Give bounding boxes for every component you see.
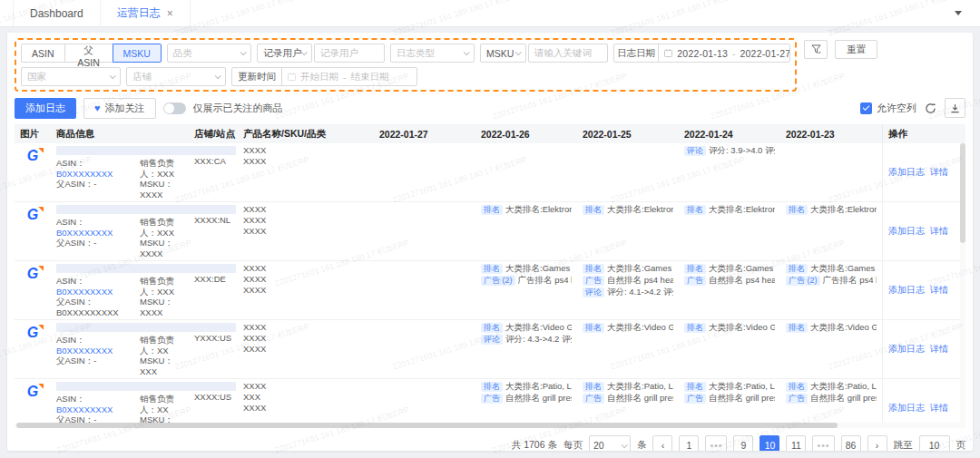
log-entry-text: 大类排名:Elektronica 234... <box>505 204 572 215</box>
add-log-link[interactable]: 添加日志 <box>888 167 925 178</box>
parent-asin-line: 父ASIN：- <box>56 238 136 258</box>
log-entry: 广告自然排名 ps4 headset P... <box>684 275 775 286</box>
page-size-select[interactable]: 20 <box>589 435 631 451</box>
log-type-tag[interactable]: 排名 <box>583 264 604 274</box>
log-type-tag[interactable]: 排名 <box>481 264 503 274</box>
allow-empty-checkbox[interactable] <box>860 102 872 114</box>
add-log-link[interactable]: 添加日志 <box>888 403 925 414</box>
detail-link[interactable]: 详情 <box>930 167 948 178</box>
keyword-input[interactable]: 请输入关键词 <box>528 44 608 63</box>
log-type-tag[interactable]: 广告 <box>481 394 503 404</box>
log-type-tag[interactable]: 排名 <box>481 323 503 333</box>
log-type-tag[interactable]: 排名 <box>684 264 706 274</box>
update-time-range-picker[interactable]: 开始日期 - 结束日期 <box>281 67 417 86</box>
detail-link[interactable]: 详情 <box>930 285 948 296</box>
log-type-tag[interactable]: 排名 <box>481 382 503 392</box>
log-type-tag[interactable]: 评论 <box>481 335 503 345</box>
product-info-grid: ASIN：B0XXXXXXXX销售负责人：XX父ASIN：-MSKU：XXXX <box>56 394 183 423</box>
page-buttons: ‹1•••91011•••86› <box>652 435 887 451</box>
log-type-tag[interactable]: 排名 <box>786 382 808 392</box>
log-type-tag[interactable]: 广告 (2) <box>786 276 820 286</box>
log-type-tag[interactable]: 广告 <box>684 394 706 404</box>
add-log-link[interactable]: 添加日志 <box>888 285 925 296</box>
log-type-tag[interactable]: 评论 <box>684 146 706 156</box>
log-date-range-picker[interactable]: 2022-01-13 - 2022-01-27 <box>658 44 790 63</box>
product-name-cell: XXXXXXXXXXXX <box>238 202 374 260</box>
log-type-tag[interactable]: 排名 <box>684 205 706 215</box>
log-type-tag[interactable]: 排名 <box>786 323 808 333</box>
detail-link[interactable]: 详情 <box>930 403 948 414</box>
log-entry: 广告自然排名 grill press: P1-... <box>481 393 572 404</box>
tab-list-dropdown-button[interactable] <box>949 5 967 23</box>
log-type-tag[interactable]: 广告 (2) <box>481 276 515 286</box>
vertical-scrollbar-thumb[interactable] <box>960 143 965 243</box>
asin-link[interactable]: B0XXXXXXXX <box>56 346 113 356</box>
log-type-tag[interactable]: 排名 <box>786 205 808 215</box>
log-type-tag[interactable]: 排名 <box>583 205 604 215</box>
asin-link[interactable]: B0XXXXXXXX <box>56 228 113 238</box>
asin-link[interactable]: B0XXXXXXXX <box>56 287 113 297</box>
page-button[interactable]: 1 <box>679 435 699 451</box>
more-pages-button[interactable]: ••• <box>812 435 834 451</box>
advanced-filter-button[interactable] <box>804 40 828 59</box>
image-cell: G <box>15 202 51 260</box>
country-select[interactable]: 国家 <box>21 67 121 86</box>
log-type-tag[interactable]: 广告 <box>583 276 604 286</box>
segment-msku[interactable]: MSKU <box>113 44 162 63</box>
only-followed-toggle[interactable] <box>163 102 186 114</box>
asin-link[interactable]: B0XXXXXXXX <box>56 404 113 414</box>
category-select[interactable]: 品类 <box>167 44 251 63</box>
segment-asin[interactable]: ASIN <box>21 44 65 63</box>
detail-link[interactable]: 详情 <box>930 226 948 237</box>
vertical-scrollbar[interactable] <box>960 143 965 423</box>
record-user-select[interactable]: 记录用户 <box>257 44 311 63</box>
image-cell: G <box>15 379 51 423</box>
log-entry: 广告 (2)广告排名 ps4 headse... <box>481 275 572 286</box>
detail-link[interactable]: 详情 <box>930 344 948 355</box>
log-type-tag[interactable]: 排名 <box>583 382 604 392</box>
page-button[interactable]: 86 <box>841 435 861 451</box>
jump-prefix: 跳至 <box>894 439 913 451</box>
tab-dashboard[interactable]: Dashboard <box>13 0 101 27</box>
column-header: 店铺/站点 <box>189 128 238 141</box>
add-follow-button[interactable]: ♥ 添加关注 <box>83 98 156 119</box>
log-type-tag[interactable]: 评论 <box>583 287 604 297</box>
product-line: XXXX <box>243 263 368 274</box>
asin-link[interactable]: B0XXXXXXXX <box>56 169 113 179</box>
tab-operation-log[interactable]: 运营日志 × <box>101 0 191 27</box>
add-log-link[interactable]: 添加日志 <box>888 226 925 237</box>
horizontal-scrollbar[interactable] <box>15 423 965 428</box>
horizontal-scrollbar-thumb[interactable] <box>16 423 838 428</box>
day-log-cell: 排名大类排名:Video Games 6... <box>780 320 882 378</box>
page-button[interactable]: 10 <box>760 435 779 451</box>
jump-page-input[interactable]: 10 <box>919 435 950 451</box>
keyword-field-select[interactable]: MSKU <box>480 44 526 63</box>
page-button[interactable]: 11 <box>786 435 806 451</box>
page-button[interactable]: 9 <box>733 435 753 451</box>
log-type-tag[interactable]: 广告 <box>684 276 706 286</box>
log-type-tag[interactable]: 排名 <box>684 382 706 392</box>
store-select[interactable]: 店铺 <box>126 67 226 86</box>
prev-page-button[interactable]: ‹ <box>652 435 672 451</box>
more-pages-button[interactable]: ••• <box>705 435 727 451</box>
export-button[interactable] <box>945 98 965 118</box>
log-type-tag[interactable]: 排名 <box>583 323 604 333</box>
next-page-button[interactable]: › <box>867 435 887 451</box>
msku-line: MSKU：XXXX <box>140 297 183 317</box>
record-user-input[interactable]: 记录用户 <box>314 44 385 63</box>
refresh-icon[interactable] <box>925 102 936 114</box>
log-type-tag[interactable]: 排名 <box>481 205 503 215</box>
close-icon[interactable]: × <box>167 8 173 19</box>
log-entry-text: 大类排名:Video Games 6... <box>607 322 673 333</box>
log-type-tag[interactable]: 广告 <box>786 394 808 404</box>
add-log-link[interactable]: 添加日志 <box>888 344 925 355</box>
log-type-tag[interactable]: 排名 <box>684 323 706 333</box>
log-entry-text: 自然排名 grill press: P1-... <box>810 393 877 404</box>
log-type-tag[interactable]: 广告 <box>583 394 604 404</box>
log-type-tag[interactable]: 排名 <box>786 264 808 274</box>
segment-parent-asin[interactable]: 父ASIN <box>64 44 113 63</box>
reset-button[interactable]: 重置 <box>835 40 877 59</box>
add-log-button[interactable]: 添加日志 <box>15 98 76 119</box>
only-followed-label: 仅展示已关注的商品 <box>193 102 283 115</box>
log-type-select[interactable]: 日志类型 <box>390 44 475 63</box>
